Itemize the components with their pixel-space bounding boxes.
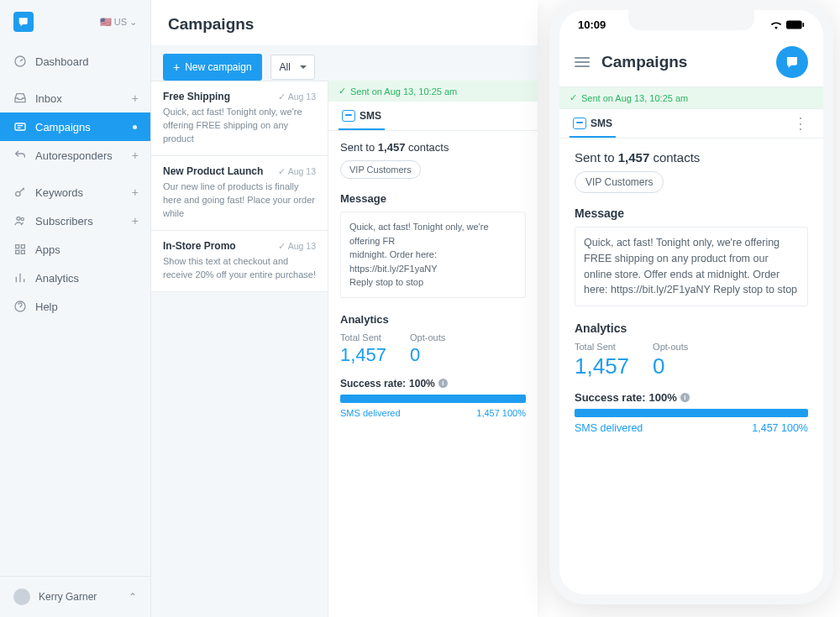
nav-label: Analytics <box>35 272 79 285</box>
campaign-item[interactable]: Free Shipping ✓Aug 13 Quick, act fast! T… <box>151 81 328 156</box>
dot-icon <box>133 125 137 129</box>
campaign-item[interactable]: In-Store Promo ✓Aug 13 Show this text at… <box>151 231 328 292</box>
delivered-value: 1,457 100% <box>476 408 526 418</box>
svg-point-4 <box>21 217 24 220</box>
grid-icon <box>13 243 27 256</box>
message-label: Message <box>575 207 808 220</box>
phone-header: Campaigns <box>559 34 823 86</box>
segment-pill[interactable]: VIP Customers <box>340 160 421 179</box>
svg-rect-5 <box>16 245 19 248</box>
check-icon: ✓ <box>278 92 286 102</box>
progress-fill <box>340 395 526 403</box>
check-icon: ✓ <box>278 166 286 176</box>
stat-label: Opt-outs <box>653 342 688 352</box>
wifi-icon <box>769 21 783 29</box>
campaign-title: Free Shipping <box>163 91 230 102</box>
nav-keywords[interactable]: Keywords + <box>0 178 150 207</box>
stat-optouts: Opt-outs 0 <box>653 342 688 379</box>
stat-total-sent: Total Sent 1,457 <box>575 342 629 379</box>
stats-row: Total Sent 1,457 Opt-outs 0 <box>575 342 808 379</box>
main-header: Campaigns <box>151 0 538 45</box>
message-label: Message <box>340 192 526 205</box>
tab-sms[interactable]: SMS <box>339 102 385 130</box>
tab-sms[interactable]: SMS <box>570 109 616 138</box>
phone-detail-body: Sent to 1,457 contacts VIP Customers Mes… <box>559 139 823 446</box>
svg-rect-11 <box>802 23 804 27</box>
bar-chart-icon <box>13 271 27 285</box>
svg-rect-6 <box>21 245 24 248</box>
toolbar: + New campaign All <box>151 45 538 81</box>
locale-selector[interactable]: 🇺🇸 US ⌄ <box>100 17 137 28</box>
user-name: Kerry Garner <box>39 591 120 603</box>
analytics-label: Analytics <box>575 322 808 335</box>
sidebar-header: 🇺🇸 US ⌄ <box>0 0 150 44</box>
delivered-row: SMS delivered 1,457 100% <box>575 422 808 434</box>
nav-apps[interactable]: Apps <box>0 235 150 264</box>
campaign-date: ✓Aug 13 <box>278 92 316 102</box>
chevron-up-icon: ⌃ <box>129 591 137 603</box>
nav-label: Apps <box>35 243 60 256</box>
delivered-label: SMS delivered <box>575 422 643 434</box>
info-icon[interactable]: i <box>680 393 690 402</box>
stat-total-sent: Total Sent 1,457 <box>340 332 386 366</box>
nav-label: Autoresponders <box>35 149 113 162</box>
success-rate: Success rate: 100% i <box>340 378 526 390</box>
svg-rect-8 <box>21 250 24 254</box>
sidebar-nav: Dashboard Inbox + Campaigns Autoresponde… <box>0 44 150 576</box>
nav-help[interactable]: Help <box>0 292 150 321</box>
campaign-date: ✓Aug 13 <box>278 166 316 176</box>
campaign-desc: Our new line of products is finally here… <box>163 180 316 221</box>
tab-label: SMS <box>591 118 612 129</box>
page-title: Campaigns <box>168 15 521 34</box>
kebab-icon[interactable]: ⋮ <box>793 114 813 133</box>
campaign-item[interactable]: New Product Launch ✓Aug 13 Our new line … <box>151 156 328 231</box>
svg-point-2 <box>16 191 20 196</box>
detail-pane: ✓ Sent on Aug 13, 10:25 am SMS Sent to 1… <box>328 81 538 617</box>
flag-icon: 🇺🇸 <box>100 17 112 28</box>
progress-bar <box>340 395 526 403</box>
hamburger-icon[interactable] <box>575 57 590 67</box>
sent-banner-text: Sent on Aug 13, 10:25 am <box>581 93 688 103</box>
nav-campaigns[interactable]: Campaigns <box>0 112 150 141</box>
stat-label: Total Sent <box>340 332 386 342</box>
chat-fab[interactable] <box>776 46 808 78</box>
nav-label: Inbox <box>35 92 62 105</box>
help-icon <box>13 300 27 313</box>
phone-notch <box>628 10 754 30</box>
stats-row: Total Sent 1,457 Opt-outs 0 <box>340 332 526 366</box>
nav-label: Campaigns <box>35 121 91 133</box>
segment-pill[interactable]: VIP Customers <box>575 171 664 193</box>
tab-label: SMS <box>360 110 381 122</box>
message-text: Quick, act fast! Tonight only, we're off… <box>575 227 808 306</box>
check-icon: ✓ <box>570 92 577 103</box>
delivered-value: 1,457 100% <box>752 422 808 434</box>
sent-banner: ✓ Sent on Aug 13, 10:25 am <box>328 81 538 102</box>
app-logo-icon <box>13 12 34 32</box>
campaign-title: In-Store Promo <box>163 240 236 252</box>
sms-icon <box>573 118 586 129</box>
nav-inbox[interactable]: Inbox + <box>0 84 150 112</box>
channel-tabs: SMS <box>328 102 538 131</box>
users-icon <box>13 214 27 227</box>
stat-value: 1,457 <box>340 344 386 366</box>
stat-value: 0 <box>410 344 445 366</box>
campaign-desc: Quick, act fast! Tonight only, we're off… <box>163 106 316 146</box>
nav-label: Dashboard <box>35 55 89 68</box>
nav-analytics[interactable]: Analytics <box>0 264 150 292</box>
nav-subscribers[interactable]: Subscribers + <box>0 207 150 235</box>
phone-mockup: 10:09 Campaigns ✓ Sent on Aug 13, 10:25 … <box>549 0 833 604</box>
reply-icon <box>13 149 27 162</box>
campaign-list: Free Shipping ✓Aug 13 Quick, act fast! T… <box>151 81 328 617</box>
user-menu[interactable]: Kerry Garner ⌃ <box>0 576 150 617</box>
info-icon[interactable]: i <box>438 379 448 388</box>
nav-autoresponders[interactable]: Autoresponders + <box>0 141 150 170</box>
plus-icon: + <box>132 186 139 199</box>
phone-channel-tabs: SMS ⋮ <box>559 109 823 139</box>
plus-icon: + <box>173 60 180 74</box>
nav-dashboard[interactable]: Dashboard <box>0 47 150 76</box>
nav-label: Help <box>35 301 58 313</box>
new-campaign-button[interactable]: + New campaign <box>163 54 262 81</box>
progress-bar <box>575 409 808 417</box>
phone-title: Campaigns <box>601 53 764 71</box>
filter-select[interactable]: All <box>270 55 315 80</box>
